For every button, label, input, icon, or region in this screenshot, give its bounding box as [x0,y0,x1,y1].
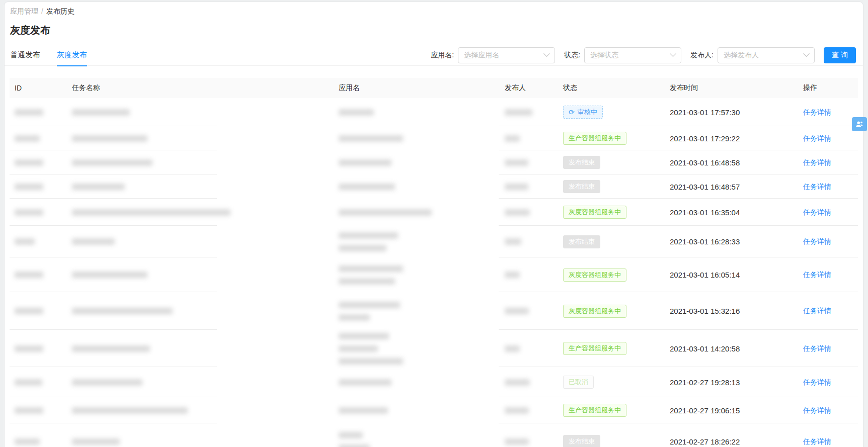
cell-publish-time: 2021-03-01 14:20:58 [670,344,803,353]
cell-task-name-redacted [72,184,339,190]
redacted-publisher [505,272,520,278]
task-detail-link[interactable]: 任务详情 [803,158,831,166]
redacted-id [15,345,43,352]
status-badge-label: 生产容器组服务中 [569,406,621,415]
cell-id-redacted [15,438,72,445]
cell-action: 任务详情 [803,108,858,117]
status-badge: ⟳审核中 [563,106,603,119]
filter-bar: 应用名: 选择应用名 状态: 选择状态 发布人: 选择发布人 [422,47,856,63]
cell-status: ⟳生产容器组服务中 [563,404,670,417]
cell-publish-time: 2021-03-01 16:48:57 [670,183,803,191]
cell-task-name-redacted [72,109,339,116]
cell-publish-time: 2021-02-27 19:28:13 [670,378,803,387]
task-detail-link[interactable]: 任务详情 [803,378,831,386]
redacted-id [15,159,43,166]
app-name-placeholder: 选择应用名 [464,51,499,60]
table-row: ⟳发布结束 2021-03-01 16:28:33 任务详情 [10,226,858,257]
publisher-label: 发布人: [690,51,714,60]
cell-task-name-redacted [72,238,339,245]
status-badge-label: 灰度容器组服务中 [569,307,621,316]
cell-action: 任务详情 [803,270,858,280]
release-table: ID 任务名称 应用名 发布人 状态 发布时间 操作 ⟳审核中 2021-03-… [10,78,858,447]
redacted-task-name [72,238,115,245]
cell-publisher-redacted [505,345,563,352]
redacted-app-name [339,135,403,142]
tab-normal-release[interactable]: 普通发布 [10,45,40,66]
cell-id-redacted [15,184,72,190]
redacted-id [15,438,40,445]
redacted-app-name [339,265,403,272]
tab-bar: 普通发布 灰度发布 应用名: 选择应用名 状态: 选择状态 发布人: [5,45,863,66]
cell-app-name-redacted [339,302,505,321]
col-header-publisher: 发布人 [505,83,563,93]
redacted-app-name [339,407,388,414]
redacted-publisher [505,209,530,216]
task-detail-link[interactable]: 任务详情 [803,183,831,191]
cell-publish-time: 2021-02-27 18:26:22 [670,437,803,446]
task-detail-link[interactable]: 任务详情 [803,307,831,315]
app-name-select[interactable]: 选择应用名 [458,47,555,63]
task-detail-link[interactable]: 任务详情 [803,134,831,142]
col-header-app-name: 应用名 [339,83,505,93]
redacted-app-name [339,379,391,386]
cell-publish-time: 2021-03-01 16:35:04 [670,208,803,217]
col-header-publish-time: 发布时间 [670,83,803,93]
content-card: 应用管理/发布历史 灰度发布 普通发布 灰度发布 应用名: 选择应用名 状态: … [4,2,863,447]
cell-app-name-redacted [339,184,505,190]
status-select[interactable]: 选择状态 [584,47,681,63]
cell-publish-time: 2021-03-01 16:48:58 [670,158,803,167]
task-detail-link[interactable]: 任务详情 [803,271,831,279]
cell-id-redacted [15,308,72,314]
task-detail-link[interactable]: 任务详情 [803,406,831,414]
redacted-app-name [339,245,386,251]
chevron-down-icon [670,50,676,57]
task-detail-link[interactable]: 任务详情 [803,108,831,116]
status-placeholder: 选择状态 [590,51,618,60]
task-detail-link[interactable]: 任务详情 [803,208,831,216]
status-badge: ⟳发布结束 [563,156,600,169]
redacted-publisher [505,159,528,166]
redacted-app-name [339,358,403,365]
cell-publisher-redacted [505,308,563,314]
redacted-publisher [505,238,521,245]
status-badge: ⟳发布结束 [563,435,600,447]
col-header-id: ID [15,84,72,92]
redacted-publisher [505,308,529,314]
breadcrumb-app-management[interactable]: 应用管理 [10,7,38,15]
redacted-app-name [339,432,363,438]
redacted-id [15,184,43,190]
cell-publish-time: 2021-03-01 17:57:30 [670,108,803,117]
status-badge: ⟳生产容器组服务中 [563,404,626,417]
redacted-app-name [339,209,432,216]
tab-normal-release-label: 普通发布 [10,50,40,60]
redacted-app-name [339,314,370,321]
redacted-app-name [339,232,398,239]
task-detail-link[interactable]: 任务详情 [803,344,831,352]
table-row: ⟳发布结束 2021-03-01 16:48:58 任务详情 [10,150,858,174]
cell-task-name-redacted [72,159,339,166]
redacted-id [15,135,40,142]
tab-gray-release[interactable]: 灰度发布 [57,45,87,66]
cell-status: ⟳发布结束 [563,435,670,447]
status-badge: ⟳生产容器组服务中 [563,342,626,355]
cell-status: ⟳生产容器组服务中 [563,132,670,145]
table-row: ⟳发布结束 2021-02-27 18:26:22 任务详情 [10,423,858,447]
cell-action: 任务详情 [803,158,858,167]
cell-task-name-redacted [72,209,339,216]
redacted-app-name [339,278,395,285]
cell-status: ⟳发布结束 [563,180,670,193]
search-button[interactable]: 查 询 [824,47,856,63]
table-row: ⟳审核中 2021-03-01 17:57:30 任务详情 [10,98,858,126]
cell-task-name-redacted [72,407,339,414]
team-widget-button[interactable] [852,117,867,131]
redacted-id [15,379,42,386]
redacted-publisher [505,109,532,116]
cell-task-name-redacted [72,135,339,142]
task-detail-link[interactable]: 任务详情 [803,237,831,245]
cell-publisher-redacted [505,209,563,216]
scrollbar-gutter[interactable] [863,0,868,447]
publisher-select[interactable]: 选择发布人 [718,47,815,63]
cell-publish-time: 2021-03-01 17:29:22 [670,134,803,143]
status-badge-label: 发布结束 [569,158,595,167]
task-detail-link[interactable]: 任务详情 [803,437,831,445]
